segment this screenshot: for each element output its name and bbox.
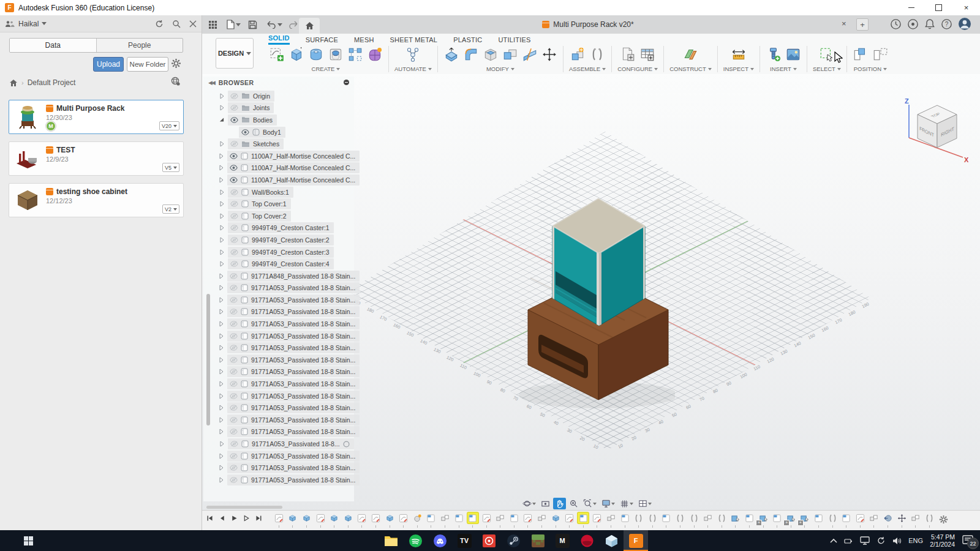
browser-item[interactable]: 9949T49_Creston Caster:1 xyxy=(228,222,334,233)
ribbon-tab-sheet-metal[interactable]: SHEET METAL xyxy=(390,36,438,45)
help-icon[interactable]: ? xyxy=(941,18,952,30)
document-close-icon[interactable]: × xyxy=(842,19,846,28)
browser-row[interactable]: 91771A053_Passivated 18-8 Stain... xyxy=(203,414,354,426)
go-to-start-button[interactable] xyxy=(206,514,214,522)
browser-row[interactable]: 91771A053_Passivated 18-8 Stain... xyxy=(203,462,354,474)
browser-row[interactable]: 9949T49_Creston Caster:1 xyxy=(203,222,354,234)
timeline-feature[interactable] xyxy=(507,512,521,528)
visibility-eye-off-icon[interactable] xyxy=(230,477,238,483)
browser-row[interactable]: 91771A053_Passivated 18-8 Stain... xyxy=(203,306,354,318)
timeline-feature[interactable] xyxy=(839,512,853,528)
version-badge[interactable]: V2 xyxy=(162,204,179,214)
display-settings-tool[interactable] xyxy=(600,498,617,509)
timeline-feature[interactable] xyxy=(867,512,881,528)
timeline-feature[interactable] xyxy=(410,512,424,528)
ribbon-group-label[interactable]: POSITION xyxy=(854,66,887,72)
timeline-feature[interactable]: + xyxy=(756,512,771,528)
expand-arrow-icon[interactable] xyxy=(219,477,224,483)
timeline-feature[interactable] xyxy=(355,512,369,528)
expand-arrow-icon[interactable] xyxy=(219,105,224,111)
browser-row[interactable]: 9949T49_Creston Caster:3 xyxy=(203,246,354,258)
browser-item[interactable]: 91771A053_Passivated 18-8 Stain... xyxy=(227,462,360,473)
timeline-feature[interactable] xyxy=(549,512,563,528)
timeline-feature[interactable] xyxy=(770,512,784,528)
visibility-eye-off-icon[interactable] xyxy=(230,357,238,363)
browser-item[interactable]: 1100A7_Half-Mortise Concealed C... xyxy=(227,162,360,173)
browser-item[interactable]: Bodies xyxy=(228,114,277,126)
expand-arrow-icon[interactable] xyxy=(219,381,224,387)
timeline-feature[interactable] xyxy=(341,512,355,528)
visibility-eye-off-icon[interactable] xyxy=(230,105,238,111)
visibility-eye-off-icon[interactable] xyxy=(230,201,238,207)
browser-horizontal-scrollbar[interactable] xyxy=(206,506,282,509)
ribbon-tab-mesh[interactable]: MESH xyxy=(354,36,374,45)
browser-row[interactable]: 91771A053_Passivated 18-8 Stain... xyxy=(203,474,354,486)
timeline-feature[interactable] xyxy=(369,512,383,528)
browser-item[interactable]: 91771A053_Passivated 18-8 Stain... xyxy=(227,294,360,305)
timeline-feature[interactable] xyxy=(327,512,341,528)
version-badge[interactable]: V20 xyxy=(159,121,179,130)
browser-row[interactable]: Body1 xyxy=(203,126,354,138)
visibility-eye-off-icon[interactable] xyxy=(230,405,238,411)
timeline-feature[interactable] xyxy=(452,512,466,528)
browser-row[interactable]: 1100A7_Half-Mortise Concealed C... xyxy=(203,150,354,162)
timeline-feature[interactable] xyxy=(383,512,397,528)
browser-item[interactable]: 91771A053_Passivated 18-8... xyxy=(228,438,354,449)
ribbon-group-label[interactable]: CREATE xyxy=(312,66,341,72)
expand-arrow-icon[interactable] xyxy=(219,225,224,231)
browser-row[interactable]: Bodies xyxy=(203,114,354,126)
breadcrumb-path[interactable]: Default Project xyxy=(28,78,76,87)
tab-data[interactable]: Data xyxy=(10,39,97,52)
browser-item[interactable]: 91771A053_Passivated 18-8 Stain... xyxy=(227,331,360,342)
new-document-tab-button[interactable]: + xyxy=(856,18,869,31)
visibility-eye-off-icon[interactable] xyxy=(230,213,238,219)
expand-arrow-icon[interactable] xyxy=(219,333,224,339)
timeline-feature[interactable] xyxy=(300,512,314,528)
timeline-feature[interactable] xyxy=(590,512,605,528)
taskbar-m-app[interactable]: M xyxy=(550,530,575,551)
visibility-eye-off-icon[interactable] xyxy=(230,453,238,459)
timeline-feature[interactable] xyxy=(908,512,922,528)
extensions-icon[interactable] xyxy=(907,18,919,30)
timeline-feature[interactable] xyxy=(826,512,840,528)
timeline-feature[interactable] xyxy=(701,512,715,528)
taskbar-explorer[interactable] xyxy=(379,530,403,551)
expand-arrow-icon[interactable] xyxy=(219,177,224,183)
browser-item[interactable]: Top Cover:2 xyxy=(228,211,291,222)
go-to-end-button[interactable] xyxy=(255,514,263,522)
sync-icon[interactable] xyxy=(876,536,886,545)
ribbon-tab-utilities[interactable]: UTILITIES xyxy=(498,36,530,45)
browser-row[interactable]: Sketches xyxy=(203,138,354,150)
extrude-icon[interactable] xyxy=(288,47,304,62)
browser-row[interactable]: 91771A053_Passivated 18-8 Stain... xyxy=(203,390,354,402)
expand-arrow-icon[interactable] xyxy=(219,309,224,315)
browser-row[interactable]: Top Cover:1 xyxy=(203,198,354,210)
construction-plane-icon[interactable] xyxy=(682,47,698,62)
pan-tool[interactable] xyxy=(553,498,566,509)
browser-row[interactable]: 91771A053_Passivated 18-8 Stain... xyxy=(203,378,354,390)
timeline-feature[interactable] xyxy=(466,512,480,528)
avatar[interactable] xyxy=(958,17,971,31)
timeline-feature[interactable] xyxy=(895,512,909,528)
monitor-icon[interactable] xyxy=(860,536,870,545)
ribbon-group-label[interactable]: CONFIGURE xyxy=(617,66,658,72)
expand-arrow-icon[interactable] xyxy=(219,393,224,399)
timeline-feature[interactable] xyxy=(424,512,439,528)
insert-image-icon[interactable] xyxy=(785,47,801,62)
browser-item[interactable]: 1100A7_Half-Mortise Concealed C... xyxy=(227,174,360,186)
expand-arrow-icon[interactable] xyxy=(219,357,224,363)
expand-arrow-icon[interactable] xyxy=(219,285,224,291)
timeline-feature[interactable]: + xyxy=(798,512,812,528)
browser-row[interactable]: Origin xyxy=(203,90,354,102)
ribbon-group-label[interactable]: INSERT xyxy=(770,66,797,72)
browser-item[interactable]: 91771A053_Passivated 18-8 Stain... xyxy=(227,366,360,377)
automate-bot-icon[interactable] xyxy=(405,47,421,62)
expand-arrow-icon[interactable] xyxy=(219,189,224,195)
project-card[interactable]: testing shoe cabinet12/12/23V2 xyxy=(9,183,184,217)
pen-icon[interactable] xyxy=(844,537,853,545)
timeline-feature[interactable] xyxy=(396,512,410,528)
timeline-feature[interactable] xyxy=(631,512,646,528)
notifications-bell-icon[interactable] xyxy=(924,18,935,30)
press-pull-icon[interactable] xyxy=(443,47,459,62)
timeline-feature[interactable] xyxy=(576,512,590,528)
